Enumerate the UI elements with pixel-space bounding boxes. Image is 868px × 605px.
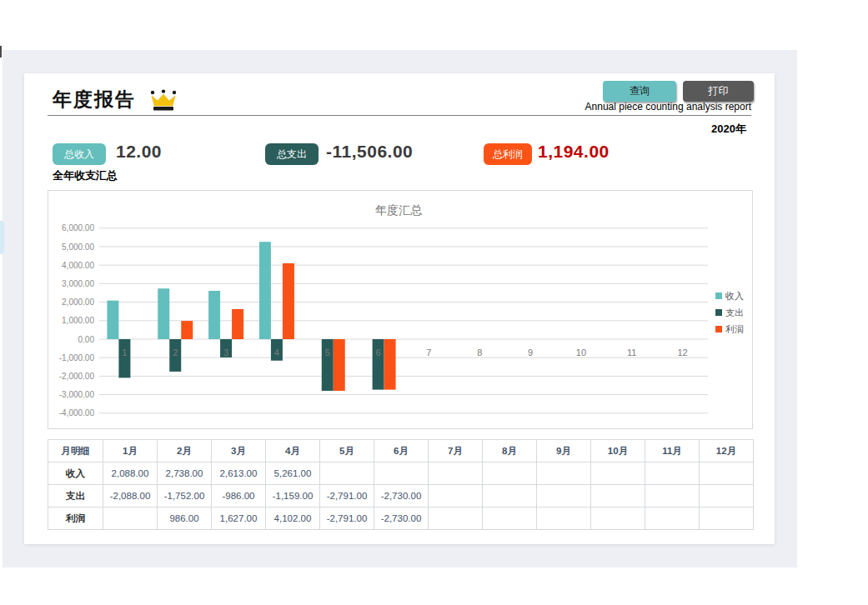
y-axis-tick: 1,000.00 — [62, 316, 94, 325]
x-axis-tick: 11 — [627, 348, 636, 358]
y-axis-tick: 5,000.00 — [62, 242, 94, 252]
table-row: 利润986.001,627.004,102.00-2,791.00-2,730.… — [48, 508, 754, 530]
table-cell — [645, 485, 700, 508]
table-month-header: 9月 — [537, 440, 591, 462]
table-cell: 2,088.00 — [103, 462, 158, 485]
total-profit-badge: 总利润 — [484, 143, 532, 165]
chart-title: 年度汇总 — [375, 203, 423, 217]
table-cell — [645, 508, 700, 530]
total-expense-value: -11,506.00 — [326, 142, 413, 162]
table-cell: 4,102.00 — [266, 508, 320, 530]
table-month-header: 7月 — [429, 440, 483, 462]
print-button[interactable]: 打印 — [683, 81, 754, 102]
table-cell — [483, 508, 537, 530]
bar-收入-m4 — [259, 242, 271, 339]
bar-利润-m5 — [334, 339, 345, 391]
y-axis-tick: 3,000.00 — [62, 279, 94, 288]
bar-chart-canvas: 年度汇总6,000.005,000.004,000.003,000.002,00… — [48, 191, 752, 428]
table-month-header: 6月 — [374, 440, 429, 462]
table-cell: -2,730.00 — [374, 485, 429, 508]
query-button[interactable]: 查询 — [603, 81, 676, 102]
y-axis-tick: -2,000.00 — [59, 372, 95, 381]
annual-summary-chart: 年度汇总6,000.005,000.004,000.003,000.002,00… — [48, 190, 753, 429]
x-axis-tick: 10 — [576, 348, 586, 358]
row-label: 利润 — [48, 508, 103, 530]
x-axis-tick: 5 — [325, 348, 330, 358]
table-cell: -986.00 — [212, 485, 266, 508]
legend-label: 支出 — [725, 308, 744, 318]
bar-利润-m4 — [283, 263, 294, 339]
y-axis-tick: 6,000.00 — [62, 223, 94, 232]
table-month-header: 1月 — [103, 440, 158, 462]
x-axis-tick: 4 — [274, 348, 279, 358]
table-cell — [700, 462, 754, 485]
table-cell — [483, 462, 537, 485]
total-income-value: 12.00 — [116, 142, 162, 162]
x-axis-tick: 12 — [677, 348, 687, 358]
monthly-detail-table: 月明细1月2月3月4月5月6月7月8月9月10月11月12月收入2,088.00… — [48, 439, 754, 530]
table-month-header: 10月 — [591, 440, 645, 462]
side-drawer-handle[interactable] — [0, 221, 4, 254]
y-axis-tick: -3,000.00 — [59, 390, 95, 399]
table-month-header: 4月 — [266, 440, 320, 462]
report-card: 年度报告 查询 打印 Annual piece counting analysi… — [24, 73, 775, 544]
row-label: 收入 — [48, 462, 103, 485]
y-axis-tick: -1,000.00 — [59, 353, 95, 362]
report-subtitle: Annual piece counting analysis report — [585, 101, 751, 112]
bar-收入-m2 — [158, 288, 169, 339]
table-cell — [103, 508, 158, 530]
table-cell — [700, 508, 754, 530]
table-month-header: 2月 — [158, 440, 212, 462]
table-cell: -1,752.00 — [158, 485, 212, 508]
crown-icon — [148, 89, 179, 112]
x-axis-tick: 2 — [173, 348, 178, 358]
x-axis-tick: 9 — [528, 348, 533, 358]
table-cell: 986.00 — [158, 508, 212, 530]
table-cell — [374, 462, 429, 485]
table-cell — [537, 508, 591, 530]
y-axis-tick: 4,000.00 — [62, 261, 94, 270]
x-axis-tick: 3 — [223, 348, 228, 358]
table-month-header: 12月 — [700, 440, 754, 462]
bar-支出-m1 — [118, 339, 130, 378]
table-cell — [537, 462, 591, 485]
table-cell — [700, 485, 754, 508]
table-cell: 5,261.00 — [266, 462, 320, 485]
table-month-header: 11月 — [645, 440, 700, 462]
section-label: 全年收支汇总 — [53, 168, 118, 183]
table-cell: -2,730.00 — [374, 508, 429, 530]
table-cell — [537, 485, 591, 508]
table-row: 支出-2,088.00-1,752.00-986.00-1,159.00-2,7… — [48, 485, 754, 508]
table-cell — [320, 462, 374, 485]
legend-label: 收入 — [725, 291, 744, 301]
bar-利润-m3 — [232, 309, 243, 339]
total-profit-value: 1,194.00 — [538, 142, 610, 162]
table-cell: -2,088.00 — [103, 485, 158, 508]
title-divider — [48, 115, 751, 116]
y-axis-tick: -4,000.00 — [59, 408, 95, 418]
x-axis-tick: 1 — [122, 348, 127, 358]
total-income-badge: 总收入 — [53, 143, 106, 165]
table-cell: -2,791.00 — [320, 508, 374, 530]
x-axis-tick: 8 — [477, 348, 482, 358]
table-month-header: 3月 — [212, 440, 266, 462]
window-edge — [0, 46, 2, 58]
table-cell — [591, 485, 645, 508]
table-cell — [429, 462, 483, 485]
page-title: 年度报告 — [53, 87, 136, 112]
table-cell: -2,791.00 — [320, 485, 374, 508]
legend-label: 利润 — [725, 324, 744, 334]
table-cell — [429, 485, 483, 508]
table-corner-header: 月明细 — [48, 440, 103, 462]
table-cell: 2,613.00 — [212, 462, 266, 485]
row-label: 支出 — [48, 485, 103, 508]
table-cell: 2,738.00 — [158, 462, 212, 485]
table-cell: 1,627.00 — [212, 508, 266, 530]
table-cell — [429, 508, 483, 530]
table-row: 收入2,088.002,738.002,613.005,261.00 — [48, 462, 754, 485]
y-axis-tick: 2,000.00 — [62, 298, 94, 307]
report-year: 2020年 — [711, 122, 746, 137]
table-cell — [483, 485, 537, 508]
x-axis-tick: 7 — [426, 348, 431, 358]
bar-利润-m2 — [181, 321, 193, 339]
